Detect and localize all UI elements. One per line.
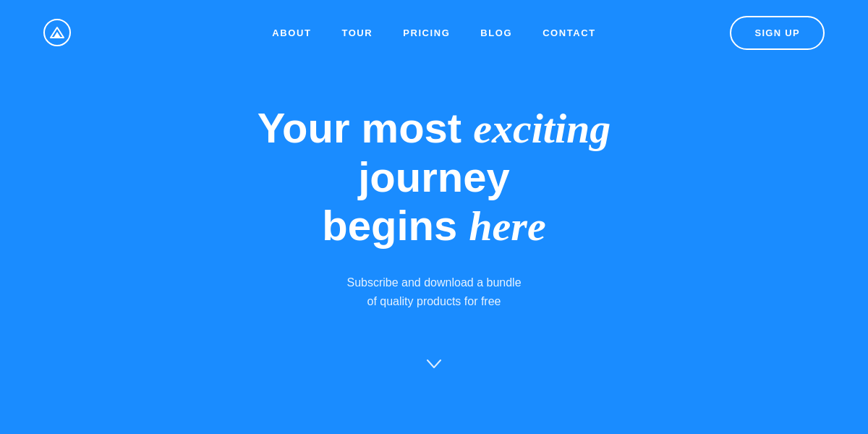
logo-icon[interactable]	[43, 19, 71, 46]
nav-item-blog[interactable]: BLOG	[480, 27, 512, 38]
hero-section: Your most exciting journeybegins here Su…	[0, 65, 868, 434]
nav-item-tour[interactable]: TOUR	[341, 27, 373, 38]
hero-subtitle: Subscribe and download a bundle of quali…	[346, 273, 521, 310]
nav-item-pricing[interactable]: PRICING	[403, 27, 450, 38]
main-nav: ABOUT TOUR PRICING BLOG CONTACT	[272, 27, 595, 38]
hero-title: Your most exciting journeybegins here	[181, 104, 687, 250]
hero-italic-here: here	[469, 203, 545, 250]
scroll-down-icon[interactable]	[426, 354, 442, 373]
header: ABOUT TOUR PRICING BLOG CONTACT SIGN UP	[0, 0, 868, 65]
hero-italic-exciting: exciting	[473, 105, 610, 152]
signup-button[interactable]: SIGN UP	[730, 16, 825, 50]
page-wrapper: ABOUT TOUR PRICING BLOG CONTACT SIGN UP …	[0, 0, 868, 434]
hero-title-text: Your most exciting journeybegins here	[258, 104, 611, 248]
logo-container[interactable]	[43, 19, 71, 46]
nav-item-contact[interactable]: CONTACT	[542, 27, 596, 38]
nav-item-about[interactable]: ABOUT	[272, 27, 311, 38]
